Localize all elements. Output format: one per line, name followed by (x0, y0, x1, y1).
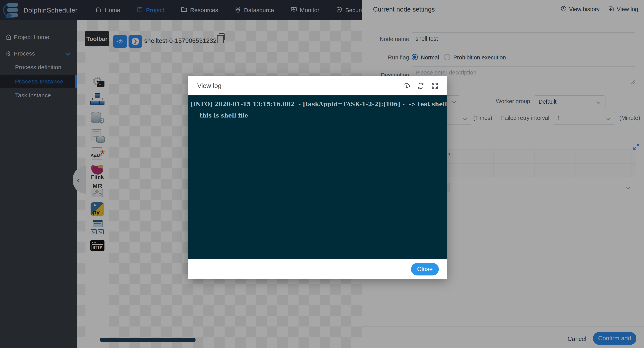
chevron-down-icon (463, 116, 467, 120)
nav-item-home[interactable]: Home (95, 6, 120, 14)
chevron-down-icon (606, 116, 610, 120)
task-toolbar-column: ⚙>_ ⚙ ★Spark Flink MR py (86, 47, 109, 348)
task-icon-flink[interactable]: Flink (90, 165, 105, 180)
task-icon-dependent[interactable]: >_>_ (90, 220, 105, 235)
minute-suffix: (Minute) (619, 115, 640, 121)
view-history-button[interactable]: View history (560, 5, 600, 13)
view-log-modal-footer: Close (188, 259, 447, 279)
sidebar-item-process[interactable]: ⚙ Process (0, 47, 77, 60)
task-icon-shell[interactable]: ⚙>_ (90, 74, 105, 89)
sidebar-item-process-instance[interactable]: Process Instance (0, 75, 77, 88)
refresh-log-button[interactable] (416, 81, 425, 90)
node-name-label: Node name (370, 36, 409, 42)
run-flag-normal-label: Normal (421, 54, 439, 61)
task-icon-http[interactable]: •••HTTP (90, 238, 105, 253)
view-log-modal-title: View log (197, 82, 222, 89)
copy-icon[interactable] (219, 33, 224, 40)
home-icon (6, 34, 13, 40)
nav-item-datasource[interactable]: Datasource (234, 6, 274, 14)
sidebar-item-project-home[interactable]: Project Home (0, 31, 77, 43)
close-button[interactable]: Close (411, 263, 439, 276)
log-terminal[interactable]: [INFO] 2020-01-15 13:15:16.082 - [taskAp… (188, 95, 447, 259)
run-flag-radio-normal[interactable] (412, 54, 418, 60)
log-line: this is shell file (200, 112, 447, 119)
spark-icon: ★Spark (90, 147, 104, 161)
run-flag-label: Run flag (370, 54, 409, 61)
dolphin-logo-icon (3, 2, 21, 18)
database-icon (234, 6, 241, 14)
arrow-right-circle-icon: ❯ (132, 38, 139, 45)
monitor-icon (290, 6, 297, 14)
left-sidebar: Project Home ⚙ Process Process definitio… (0, 20, 77, 348)
home-icon (95, 6, 102, 14)
view-log-button[interactable]: View log (608, 5, 638, 13)
terminal-icon: >_ (97, 81, 104, 87)
chevron-down-icon (65, 50, 70, 55)
folder-icon (181, 6, 188, 14)
flink-icon: Flink (90, 165, 104, 179)
node-name-input[interactable]: shell test (411, 32, 636, 45)
dolphinscheduler-app: DolphinScheduler Home Project Resources … (0, 0, 644, 348)
shield-icon (336, 6, 342, 14)
task-icon-python[interactable]: py (90, 202, 105, 217)
panel-header: Current node settings View history View … (362, 0, 644, 19)
run-button[interactable]: ❯ (128, 35, 142, 48)
task-icon-sql[interactable] (90, 128, 105, 143)
download-log-button[interactable] (402, 81, 411, 90)
task-icon-spark[interactable]: ★Spark (90, 146, 105, 162)
task-icon-mr[interactable]: MR (90, 183, 105, 198)
brand[interactable]: DolphinScheduler (3, 2, 78, 18)
panel-title: Current node settings (373, 6, 435, 13)
sidebar-item-task-instance[interactable]: Task Instance (0, 89, 77, 102)
project-icon (136, 6, 143, 14)
failed-retry-interval-label: Failed retry interval (500, 115, 549, 121)
document-database-icon (90, 129, 104, 143)
chevron-down-icon (596, 100, 600, 104)
task-icon-procedure[interactable]: ⚙ (90, 110, 105, 125)
cancel-button[interactable]: Cancel (568, 336, 586, 343)
nav-item-monitor[interactable]: Monitor (290, 6, 320, 14)
chevron-down-icon (626, 185, 630, 189)
clock-icon (560, 5, 567, 13)
horizontal-scrollbar[interactable] (100, 338, 196, 342)
view-variables-button[interactable]: </> (113, 35, 127, 48)
log-line: [INFO] 2020-01-15 13:15:16.082 - [taskAp… (190, 101, 447, 107)
resize-grip-icon[interactable] (631, 80, 635, 84)
nav-item-project[interactable]: Project (136, 6, 164, 14)
database-gear-icon: ⚙ (90, 111, 104, 125)
worker-group-label: Worker group (487, 98, 530, 105)
log-document-icon (608, 5, 614, 13)
times-suffix: (Times) (473, 115, 492, 121)
chevron-down-icon (452, 99, 456, 103)
footer-divider (362, 327, 644, 327)
worker-group-select[interactable]: Default (534, 95, 606, 108)
chevron-left-icon: ‹ (77, 176, 80, 184)
run-flag-prohibition-label: Prohibition execution (453, 54, 506, 61)
task-icon-sub-process[interactable] (90, 92, 105, 107)
view-log-modal-header: View log (188, 76, 447, 95)
fullscreen-log-button[interactable] (430, 81, 439, 90)
sidebar-item-process-definition[interactable]: Process definition (0, 61, 77, 73)
toolbar-header: Toolbar (85, 31, 109, 46)
http-icon: •••HTTP (90, 240, 104, 251)
brand-name: DolphinScheduler (24, 6, 78, 14)
process-instance-title: shelltest-0-1579065312320 (144, 37, 220, 44)
failed-retry-interval-select[interactable]: 1 (553, 112, 615, 125)
confirm-add-button[interactable]: Confirm add (593, 332, 636, 345)
tree-icon (90, 92, 104, 107)
nav-item-resources[interactable]: Resources (181, 6, 218, 14)
nav-items: Home Project Resources Datasource Monito… (95, 6, 366, 14)
gear-icon: ⚙ (6, 50, 13, 57)
run-flag-radio-prohibition[interactable] (444, 54, 450, 60)
python-icon: py (90, 202, 104, 216)
dependent-icon: >_>_ (90, 220, 104, 234)
view-log-modal: View log [INFO] 2020-01-15 13:15:16.082 … (188, 76, 447, 279)
code-icon: </> (117, 39, 123, 44)
mapreduce-icon: MR (90, 184, 104, 198)
